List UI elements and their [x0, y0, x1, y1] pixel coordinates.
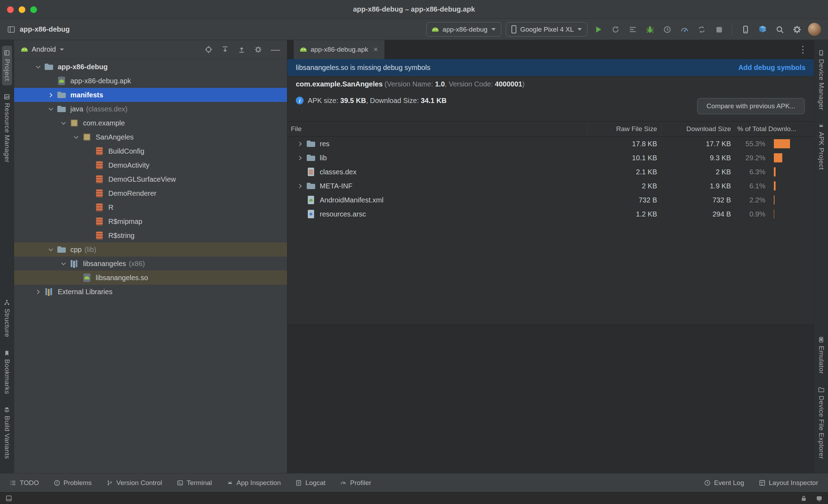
sidebar-item-emulator[interactable]: Emulator [816, 332, 826, 378]
gear-icon [254, 46, 262, 53]
tab-apk-analyzer[interactable]: app-x86-debug.apk × [294, 40, 384, 59]
tree-item-buildconfig[interactable]: BuildConfig [14, 144, 287, 158]
settings-button[interactable] [791, 23, 803, 36]
tree-item-libsanangeles[interactable]: libsanangeles (x86) [14, 257, 287, 271]
sidebar-item-project[interactable]: Project [2, 46, 12, 85]
close-icon[interactable]: × [374, 46, 378, 53]
compare-apk-button[interactable]: Compare with previous APK... [697, 98, 805, 114]
tree-item-java[interactable]: java (classes.dex) [14, 102, 287, 116]
sidebar-item-structure[interactable]: Structure [2, 295, 12, 342]
chevron-right-icon[interactable] [294, 142, 306, 146]
chevron-right-icon[interactable] [32, 290, 44, 293]
tree-item-r[interactable]: R [14, 200, 287, 214]
sidebar-item-device-file-explorer[interactable]: Device File Explorer [816, 382, 826, 463]
sidebar-item-resource-manager[interactable]: Resource Manager [2, 90, 12, 167]
project-widget[interactable]: app-x86-debug [7, 25, 70, 34]
statusbar-item-app-inspection[interactable]: App Inspection [227, 479, 281, 487]
column-header-file[interactable]: File [287, 125, 587, 133]
statusbar-item-problems[interactable]: Problems [54, 479, 92, 487]
tree-item-libsanangeles-so[interactable]: libsanangeles.so [14, 271, 287, 285]
resource-manager-button[interactable] [756, 23, 769, 36]
statusbar-item-logcat[interactable]: Logcat [295, 479, 325, 487]
statusbar-item-version-control[interactable]: Version Control [107, 479, 162, 487]
run-configuration-selector[interactable]: app-x86-debug [426, 22, 501, 37]
download-size: 1.9 KB [661, 182, 735, 190]
tree-item-cpp[interactable]: cpp (lib) [14, 243, 287, 257]
column-header-raw-size[interactable]: Raw File Size [587, 122, 661, 136]
run-button[interactable] [592, 23, 605, 36]
table-row-androidmanifest[interactable]: AndroidManifest.xml 732 B 732 B 2.2% [287, 193, 814, 207]
tree-item-demorenderer[interactable]: DemoRenderer [14, 186, 287, 200]
statusbar-item-event-log[interactable]: Event Log [704, 479, 744, 487]
sidebar-item-label: Structure [3, 309, 11, 337]
tree-item-app-x86-debug[interactable]: app-x86-debug [14, 60, 287, 74]
tree-item-r-string[interactable]: R$string [14, 228, 287, 243]
tree-item-demoglsurfaceview[interactable]: DemoGLSurfaceView [14, 172, 287, 186]
sidebar-item-bookmarks[interactable]: Bookmarks [2, 346, 12, 399]
user-avatar[interactable] [808, 23, 821, 36]
chevron-down-icon[interactable] [57, 263, 70, 265]
tree-item-r-mipmap[interactable]: R$mipmap [14, 214, 287, 228]
native-lib-ic on [82, 273, 91, 282]
editor-area: app-x86-debug.apk × ⋮ libsanangeles.so i… [287, 40, 814, 473]
table-row-res[interactable]: res 17.8 KB 17.7 KB 55.3% [287, 137, 814, 151]
profile-button[interactable] [678, 23, 691, 36]
column-header-percent[interactable]: % of Total Downlo... [735, 125, 814, 133]
tab-options-menu[interactable]: ⋮ [798, 44, 814, 55]
table-row-classes-dex[interactable]: classes.dex 2.1 KB 2 KB 6.3% [287, 165, 814, 179]
chevron-right-icon[interactable] [294, 156, 306, 160]
chevron-down-icon[interactable] [32, 66, 44, 68]
sidebar-item-device-manager[interactable]: Device Manager [816, 46, 826, 114]
apply-code-changes-button[interactable] [626, 23, 639, 36]
apply-changes-button[interactable] [609, 23, 622, 36]
tree-item-apk-file[interactable]: app-x86-debug.apk [14, 74, 287, 88]
chevron-down-icon[interactable] [57, 122, 70, 124]
device-manager-button[interactable] [739, 23, 752, 36]
close-window-button[interactable] [7, 6, 14, 13]
statusbar-item-profiler[interactable]: Profiler [340, 479, 371, 487]
debug-button[interactable] [644, 23, 656, 36]
terminal-icon [177, 480, 183, 486]
tree-item-external-libraries[interactable]: External Libraries [14, 285, 287, 299]
minimize-window-button[interactable] [19, 6, 25, 13]
download-size: 17.7 KB [661, 140, 735, 148]
retry-instrumented-button[interactable] [661, 23, 674, 36]
sidebar-item-label: Build Variants [3, 416, 11, 459]
chevron-right-icon[interactable] [294, 185, 306, 188]
chevron-down-icon[interactable] [44, 108, 57, 110]
hide-panel-button[interactable]: — [271, 46, 280, 53]
statusbar-item-terminal[interactable]: Terminal [177, 479, 212, 487]
panel-settings-button[interactable] [254, 46, 262, 53]
locate-file-button[interactable] [205, 46, 212, 53]
statusbar-item-todo[interactable]: TODO [10, 479, 39, 487]
class-icon [95, 217, 104, 226]
sync-project-button[interactable] [695, 23, 708, 36]
manifest-file-icon [306, 195, 316, 205]
stop-button[interactable] [713, 23, 725, 36]
chevron-right-icon[interactable] [44, 93, 57, 97]
project-view-selector[interactable]: Android [21, 45, 64, 53]
percent-value: 0.9% [735, 210, 770, 218]
tree-item-manifests[interactable]: manifests [14, 88, 287, 102]
sidebar-item-apk-project[interactable]: APK Project [816, 118, 826, 174]
table-row-lib[interactable]: lib 10.1 KB 9.3 KB 29.2% [287, 151, 814, 165]
table-row-resources-arsc[interactable]: resources.arsc 1.2 KB 294 B 0.9% [287, 207, 814, 221]
chevron-down-icon[interactable] [70, 136, 82, 138]
collapse-all-button[interactable] [238, 46, 246, 53]
device-selector[interactable]: Google Pixel 4 XL [506, 22, 587, 37]
table-row-meta-inf[interactable]: META-INF 2 KB 1.9 KB 6.1% [287, 179, 814, 193]
lock-icon[interactable] [801, 495, 807, 502]
statusbar-item-layout-inspector[interactable]: Layout Inspector [759, 479, 818, 487]
expand-all-button[interactable] [221, 46, 229, 53]
toolwindow-toggle-icon[interactable] [6, 495, 12, 502]
tree-item-com-example[interactable]: com.example [14, 116, 287, 130]
sidebar-item-build-variants[interactable]: Build Variants [2, 402, 12, 463]
add-debug-symbols-link[interactable]: Add debug symbols [738, 64, 805, 72]
search-everywhere-button[interactable] [773, 23, 786, 36]
notifications-icon[interactable] [816, 495, 822, 502]
chevron-down-icon[interactable] [44, 249, 57, 251]
tree-item-demoactivity[interactable]: DemoActivity [14, 158, 287, 172]
column-header-download-size[interactable]: Download Size [661, 122, 735, 136]
tree-item-sanangeles[interactable]: SanAngeles [14, 130, 287, 144]
zoom-window-button[interactable] [30, 6, 37, 13]
